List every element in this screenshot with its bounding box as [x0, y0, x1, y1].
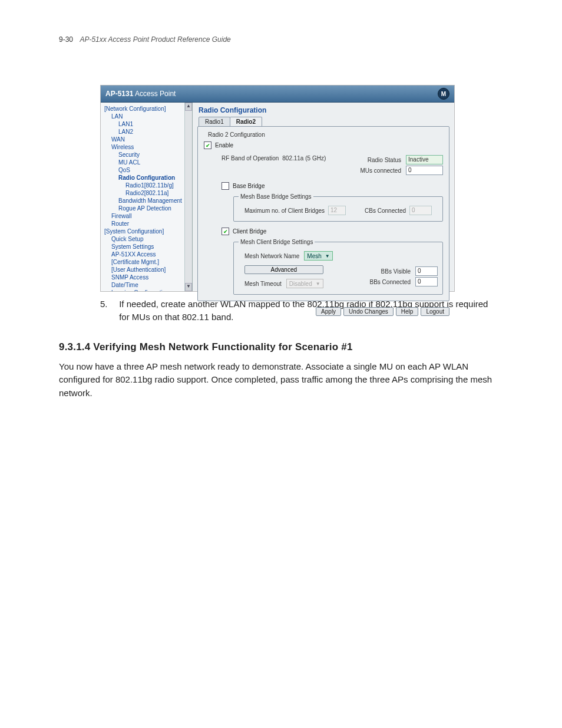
radio-status-label: Radio Status	[368, 157, 401, 163]
pane-title: Radio Configuration	[199, 106, 449, 114]
section-heading: 9.3.1.4 Verifying Mesh Network Functiona…	[59, 341, 515, 353]
mesh-client-bridge-legend: Mesh Client Bridge Settings	[239, 239, 315, 245]
mus-connected-value: 0	[406, 166, 443, 175]
tree-router[interactable]: Router	[103, 220, 191, 228]
mesh-client-bridge-group: Mesh Client Bridge Settings Mesh Network…	[233, 239, 443, 295]
tree-bandwidth-management[interactable]: Bandwidth Management	[103, 197, 191, 205]
cbs-connected-value: 0	[409, 206, 432, 215]
radio2-config-legend: Radio 2 Configuration	[206, 131, 267, 138]
content-pane: Radio Configuration Radio1 Radio2 Radio …	[193, 103, 454, 291]
radio2-config-group: Radio 2 Configuration ✔ Enable RF Band o…	[197, 126, 449, 301]
tree-system-settings[interactable]: System Settings	[103, 243, 191, 251]
max-client-bridges-value: 12	[328, 206, 346, 215]
tree-radio1[interactable]: Radio1[802.11b/g]	[103, 182, 191, 189]
tree-snmp-access[interactable]: SNMP Access	[103, 274, 191, 281]
tree-date-time[interactable]: Date/Time	[103, 281, 191, 289]
apply-button[interactable]: Apply	[316, 307, 341, 316]
client-bridge-checkbox[interactable]: ✔	[222, 228, 229, 235]
nav-tree: [Network Configuration] LAN LAN1 LAN2 WA…	[101, 103, 193, 291]
section-paragraph: You now have a three AP mesh network rea…	[59, 360, 507, 400]
tab-radio2[interactable]: Radio2	[230, 117, 262, 127]
advanced-button[interactable]: Advanced	[244, 265, 323, 274]
tree-lan[interactable]: LAN	[103, 113, 191, 120]
mesh-timeout-select: Disabled ▼	[286, 279, 323, 288]
mesh-base-bridge-legend: Mesh Base Bridge Settings	[239, 193, 313, 200]
tree-firewall[interactable]: Firewall	[103, 212, 191, 220]
logout-button[interactable]: Logout	[421, 307, 449, 316]
tree-ap-access[interactable]: AP-51XX Access	[103, 251, 191, 258]
screenshot-frame: AP-5131 Access Point M [Network Configur…	[100, 85, 455, 292]
tree-scrollbar[interactable]: ▲ ▼	[184, 103, 192, 291]
tree-wireless[interactable]: Wireless	[103, 143, 191, 151]
tree-logging-config[interactable]: Logging Configuration	[103, 289, 191, 291]
mesh-base-bridge-group: Mesh Base Bridge Settings Maximum no. of…	[233, 193, 443, 222]
mesh-network-name-label: Mesh Network Name	[244, 253, 299, 259]
tree-mu-acl[interactable]: MU ACL	[103, 159, 191, 166]
app-header: AP-5131 Access Point M	[101, 85, 454, 103]
help-button[interactable]: Help	[396, 307, 419, 316]
enable-checkbox[interactable]: ✔	[204, 141, 211, 149]
bbs-connected-value: 0	[415, 277, 438, 286]
tree-wan[interactable]: WAN	[103, 136, 191, 143]
scroll-down-icon[interactable]: ▼	[185, 283, 192, 291]
app-title-model: AP-5131	[105, 90, 133, 98]
tree-radio2[interactable]: Radio2[802.11a]	[103, 189, 191, 197]
tree-cert-mgmt[interactable]: [Certificate Mgmt.]	[103, 258, 191, 266]
step-number: 5.	[100, 298, 117, 311]
radio-status-value: Inactive	[406, 155, 443, 164]
tree-rogue-ap[interactable]: Rogue AP Detection	[103, 205, 191, 212]
bbs-connected-label: BBs Connected	[370, 279, 411, 285]
scroll-up-icon[interactable]: ▲	[185, 103, 192, 111]
rf-band-label: RF Band of Operation	[222, 155, 279, 162]
undo-changes-button[interactable]: Undo Changes	[343, 307, 394, 316]
tree-quick-setup[interactable]: Quick Setup	[103, 235, 191, 243]
max-client-bridges-label: Maximum no. of Client Bridges	[244, 207, 325, 214]
footer-buttons: Apply Undo Changes Help Logout	[197, 305, 449, 316]
page-number: 9-30	[59, 35, 73, 44]
book-title: AP-51xx Access Point Product Reference G…	[80, 35, 230, 44]
app-title: AP-5131 Access Point	[105, 90, 176, 98]
mesh-timeout-value: Disabled	[289, 281, 312, 287]
rf-band-value: 802.11a (5 GHz)	[282, 155, 326, 162]
client-bridge-label: Client Bridge	[233, 228, 266, 235]
app-title-suffix: Access Point	[133, 90, 176, 98]
mesh-timeout-label: Mesh Timeout	[244, 281, 282, 287]
tree-user-auth[interactable]: [User Authentication]	[103, 266, 191, 274]
base-bridge-checkbox[interactable]: ✔	[222, 182, 229, 190]
running-header: 9-30 AP-51xx Access Point Product Refere…	[59, 35, 515, 44]
brand-logo-icon: M	[438, 88, 449, 100]
mus-connected-label: MUs connected	[361, 167, 401, 174]
mesh-network-name-value: Mesh	[307, 253, 321, 259]
bbs-visible-label: BBs Visible	[381, 268, 411, 275]
bbs-visible-value: 0	[415, 266, 438, 276]
chevron-down-icon: ▼	[325, 253, 330, 259]
enable-label: Enable	[215, 142, 233, 149]
tree-security[interactable]: Security	[103, 151, 191, 159]
tree-lan2[interactable]: LAN2	[103, 128, 191, 136]
tree-radio-configuration[interactable]: Radio Configuration	[103, 174, 191, 182]
radio-tabs: Radio1 Radio2	[199, 117, 449, 127]
tree-network-configuration[interactable]: [Network Configuration]	[103, 105, 191, 113]
mesh-network-name-select[interactable]: Mesh ▼	[304, 251, 332, 261]
chevron-down-icon: ▼	[316, 281, 320, 286]
tab-radio1[interactable]: Radio1	[199, 117, 230, 127]
tree-lan1[interactable]: LAN1	[103, 120, 191, 128]
tree-system-configuration[interactable]: [System Configuration]	[103, 228, 191, 235]
base-bridge-label: Base Bridge	[233, 183, 265, 189]
tree-qos[interactable]: QoS	[103, 166, 191, 174]
cbs-connected-label: CBs Connected	[365, 207, 406, 214]
